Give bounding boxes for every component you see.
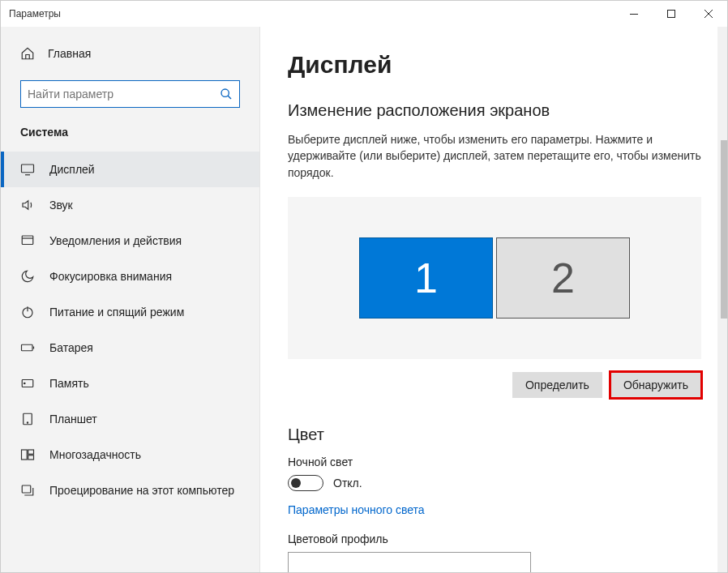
color-profile-label: Цветовой профиль xyxy=(288,532,708,545)
sidebar: Главная Система Дисплей Звук xyxy=(1,27,260,572)
main-content: Дисплей Изменение расположения экранов В… xyxy=(260,27,727,572)
battery-icon xyxy=(20,340,35,355)
night-light-label: Ночной свет xyxy=(288,455,708,468)
close-button[interactable] xyxy=(690,1,727,27)
nav: Дисплей Звук Уведомления и действия Фоку… xyxy=(1,152,259,508)
night-light-settings-link[interactable]: Параметры ночного света xyxy=(288,503,425,516)
search-icon xyxy=(220,88,233,100)
moon-icon xyxy=(20,269,35,284)
night-light-toggle[interactable] xyxy=(288,475,323,491)
window-title: Параметры xyxy=(9,8,61,19)
svg-rect-11 xyxy=(22,450,28,460)
svg-rect-0 xyxy=(630,14,638,15)
svg-point-10 xyxy=(27,422,28,423)
arrange-heading: Изменение расположения экранов xyxy=(288,101,708,120)
detect-button[interactable]: Обнаружить xyxy=(610,372,701,398)
svg-rect-6 xyxy=(22,344,33,351)
color-profile-dropdown[interactable] xyxy=(288,552,531,572)
nav-projecting[interactable]: Проецирование на этот компьютер xyxy=(1,473,259,508)
identify-button[interactable]: Определить xyxy=(512,372,602,398)
nav-label: Питание и спящий режим xyxy=(49,306,184,319)
svg-point-8 xyxy=(24,383,26,384)
display-arrange-area[interactable]: 1 2 xyxy=(288,197,701,359)
scrollbar-thumb[interactable] xyxy=(721,140,727,319)
storage-icon xyxy=(20,376,35,391)
svg-point-2 xyxy=(221,89,229,96)
svg-rect-1 xyxy=(668,11,675,18)
maximize-button[interactable] xyxy=(653,1,690,27)
project-icon xyxy=(20,483,35,498)
nav-label: Многозадачность xyxy=(49,448,141,461)
nav-storage[interactable]: Память xyxy=(1,366,259,401)
svg-rect-3 xyxy=(22,165,34,173)
svg-rect-14 xyxy=(22,485,31,493)
minimize-button[interactable] xyxy=(615,1,653,27)
home-nav[interactable]: Главная xyxy=(1,41,259,66)
nav-label: Батарея xyxy=(49,341,93,354)
nav-label: Планшет xyxy=(49,413,97,425)
arrange-help: Выберите дисплей ниже, чтобы изменить ег… xyxy=(288,131,701,181)
nav-label: Звук xyxy=(49,199,73,212)
nav-notifications[interactable]: Уведомления и действия xyxy=(1,223,259,259)
nav-label: Проецирование на этот компьютер xyxy=(49,484,234,497)
home-icon xyxy=(20,46,35,61)
multitask-icon xyxy=(20,447,35,462)
nav-label: Фокусировка внимания xyxy=(49,270,172,283)
nav-power[interactable]: Питание и спящий режим xyxy=(1,294,259,330)
nav-label: Память xyxy=(49,377,89,390)
section-title: Система xyxy=(1,126,259,139)
toggle-state: Откл. xyxy=(333,477,362,490)
titlebar: Параметры xyxy=(1,1,727,27)
nav-sound[interactable]: Звук xyxy=(1,187,259,223)
svg-rect-4 xyxy=(22,236,33,245)
page-title: Дисплей xyxy=(288,51,708,79)
svg-rect-13 xyxy=(28,455,34,460)
search-box[interactable] xyxy=(20,80,240,108)
nav-multitasking[interactable]: Многозадачность xyxy=(1,437,259,473)
nav-label: Дисплей xyxy=(49,163,95,176)
notification-icon xyxy=(20,233,35,248)
tablet-icon xyxy=(20,412,35,426)
scrollbar[interactable] xyxy=(717,27,727,572)
monitor-2[interactable]: 2 xyxy=(496,237,630,319)
nav-display[interactable]: Дисплей xyxy=(1,152,259,187)
search-input[interactable] xyxy=(28,88,220,100)
home-label: Главная xyxy=(48,47,91,60)
monitor-icon xyxy=(20,162,35,177)
svg-rect-12 xyxy=(28,450,34,454)
nav-battery[interactable]: Батарея xyxy=(1,330,259,366)
nav-focus[interactable]: Фокусировка внимания xyxy=(1,259,259,294)
power-icon xyxy=(20,305,35,319)
nav-label: Уведомления и действия xyxy=(49,234,182,247)
speaker-icon xyxy=(20,198,35,212)
monitor-1[interactable]: 1 xyxy=(359,237,493,319)
nav-tablet[interactable]: Планшет xyxy=(1,401,259,437)
color-heading: Цвет xyxy=(288,425,708,444)
